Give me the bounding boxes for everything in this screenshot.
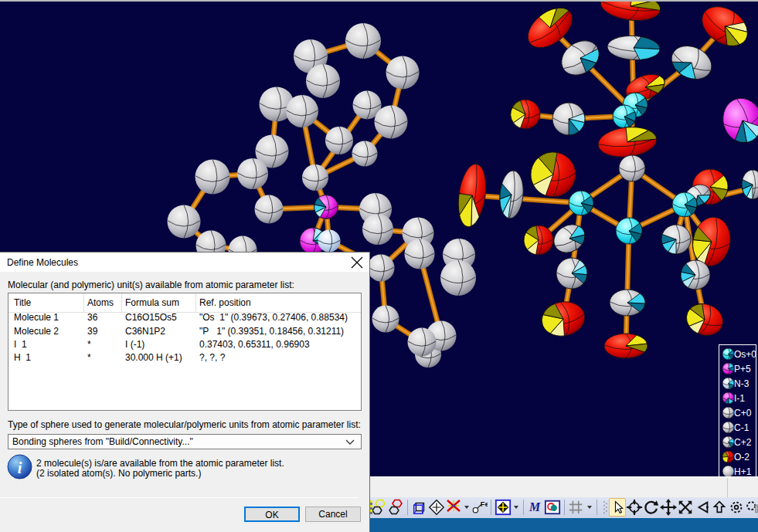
svg-text:Os+0: Os+0: [734, 349, 756, 360]
svg-text:i: i: [18, 459, 22, 476]
svg-text:C-1: C-1: [734, 422, 750, 433]
svg-text:Fe: Fe: [481, 500, 488, 508]
svg-text:P+5: P+5: [734, 364, 751, 374]
svg-text:N-3: N-3: [734, 378, 750, 389]
svg-text:C+2: C+2: [734, 437, 752, 448]
svg-text:M: M: [529, 500, 541, 513]
svg-text:C+0: C+0: [734, 408, 752, 418]
svg-text:O-2: O-2: [734, 452, 750, 463]
svg-text:I-1: I-1: [734, 393, 745, 404]
svg-text:H+1: H+1: [734, 466, 752, 477]
